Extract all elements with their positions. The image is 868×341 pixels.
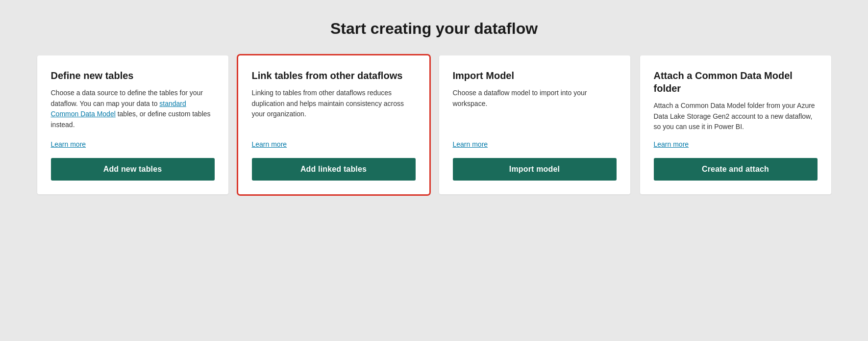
card-import-model: Import Model Choose a dataflow model to … [439,55,630,194]
card-title-link-tables: Link tables from other dataflows [252,69,416,82]
learn-more-link-define-new-tables[interactable]: Learn more [51,140,215,148]
add-linked-tables-button[interactable]: Add linked tables [252,158,416,181]
card-define-new-tables: Define new tables Choose a data source t… [37,55,228,194]
import-model-button[interactable]: Import model [453,158,617,181]
learn-more-link-attach-cdm[interactable]: Learn more [654,140,818,148]
standard-cdm-link[interactable]: standard Common Data Model [51,100,186,118]
cards-container: Define new tables Choose a data source t… [30,55,839,194]
card-description-import-model: Choose a dataflow model to import into y… [453,88,617,132]
learn-more-link-import-model[interactable]: Learn more [453,140,617,148]
card-attach-cdm: Attach a Common Data Model folder Attach… [640,55,831,194]
card-description-attach-cdm: Attach a Common Data Model folder from y… [654,101,818,132]
page-title: Start creating your dataflow [330,20,538,38]
card-description-define-new-tables: Choose a data source to define the table… [51,88,215,132]
card-title-define-new-tables: Define new tables [51,69,215,82]
learn-more-link-link-tables[interactable]: Learn more [252,140,416,148]
add-new-tables-button[interactable]: Add new tables [51,158,215,181]
card-link-tables: Link tables from other dataflows Linking… [238,55,429,194]
card-title-attach-cdm: Attach a Common Data Model folder [654,69,818,95]
create-and-attach-button[interactable]: Create and attach [654,158,818,181]
card-title-import-model: Import Model [453,69,617,82]
card-description-link-tables: Linking to tables from other dataflows r… [252,88,416,132]
